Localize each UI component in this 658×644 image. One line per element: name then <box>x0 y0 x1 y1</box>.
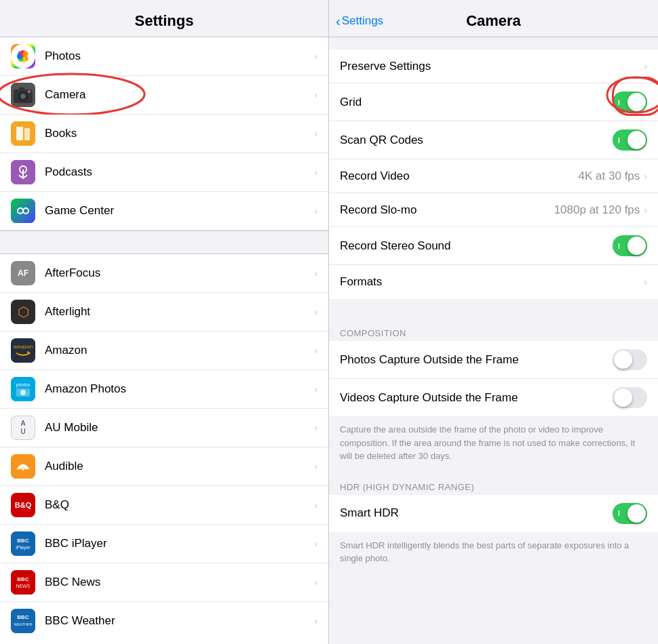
sidebar-item-amazon[interactable]: amazon Amazon › <box>0 331 328 370</box>
record-stereo-toggle-knob <box>627 237 646 255</box>
aumobile-icon: AU <box>11 416 35 440</box>
bbcnews-chevron: › <box>314 577 317 588</box>
scan-qr-label: Scan QR Codes <box>340 134 613 147</box>
right-title: Camera <box>466 12 521 30</box>
bbciplayer-chevron: › <box>314 538 317 549</box>
right-panel: ‹ Settings Camera Preserve Settings › Gr… <box>329 0 658 644</box>
amazon-chevron: › <box>314 345 317 356</box>
back-label: Settings <box>342 14 383 28</box>
aumobile-label: AU Mobile <box>45 421 314 435</box>
scan-qr-item[interactable]: Scan QR Codes I <box>329 121 658 159</box>
composition-description: Capture the area outside the frame of th… <box>329 416 658 470</box>
amazon-svg: amazon <box>11 338 35 363</box>
sidebar-item-afterfocus[interactable]: AF AfterFocus › <box>0 254 328 293</box>
scan-qr-toggle[interactable]: I <box>613 129 647 150</box>
grid-label: Grid <box>340 96 613 109</box>
smart-hdr-label: Smart HDR <box>340 506 613 520</box>
svg-rect-18 <box>16 127 23 140</box>
preserve-settings-item[interactable]: Preserve Settings › <box>329 49 658 83</box>
smart-hdr-toggle[interactable]: I <box>613 503 647 524</box>
photos-outside-toggle[interactable] <box>613 349 647 370</box>
amazonphotos-svg: photos <box>11 377 35 401</box>
svg-text:BBC: BBC <box>17 614 29 620</box>
gamecenter-icon <box>11 199 35 223</box>
gamecenter-label: Game Center <box>45 204 314 218</box>
photos-outside-item[interactable]: Photos Capture Outside the Frame <box>329 341 658 379</box>
back-button[interactable]: ‹ Settings <box>336 14 383 29</box>
sidebar-item-podcasts[interactable]: Podcasts › <box>0 153 328 192</box>
bbciplayer-label: BBC iPlayer <box>45 537 314 550</box>
record-video-chevron: › <box>644 171 647 182</box>
sidebar-item-books[interactable]: Books › <box>0 115 328 153</box>
svg-text:photos: photos <box>16 382 31 388</box>
sidebar-item-gamecenter[interactable]: Game Center › <box>0 192 328 230</box>
books-icon <box>11 121 35 146</box>
hdr-section-label: HDR (HIGH DYNAMIC RANGE) <box>329 477 658 495</box>
section-divider <box>0 230 328 254</box>
sidebar-item-bq[interactable]: B&Q B&Q › <box>0 486 328 525</box>
left-title: Settings <box>11 12 317 30</box>
audible-icon <box>11 454 35 479</box>
sidebar-item-camera[interactable]: Camera › <box>0 76 328 115</box>
sidebar-item-aumobile[interactable]: AU AU Mobile › <box>0 409 328 447</box>
back-chevron-icon: ‹ <box>336 14 341 29</box>
scan-qr-toggle-knob <box>627 131 646 149</box>
bq-label: B&Q <box>45 498 314 512</box>
audible-svg <box>11 454 35 479</box>
record-slomo-item[interactable]: Record Slo-mo 1080p at 120 fps › <box>329 193 658 227</box>
smart-hdr-item[interactable]: Smart HDR I <box>329 495 658 532</box>
podcasts-label: Podcasts <box>45 165 314 179</box>
camera-settings-section: Preserve Settings › Grid I Scan QR Codes… <box>329 49 658 299</box>
svg-text:iPlayer: iPlayer <box>16 545 31 550</box>
sidebar-item-photos[interactable]: Photos › <box>0 37 328 76</box>
sidebar-item-bbcnews[interactable]: BBC NEWS BBC News › <box>0 563 328 602</box>
svg-point-13 <box>21 94 25 98</box>
photos-svg <box>11 44 35 68</box>
formats-chevron: › <box>644 277 647 287</box>
record-stereo-toggle[interactable]: I <box>613 235 647 256</box>
left-header: Settings <box>0 0 328 37</box>
bbcweather-label: BBC Weather <box>45 614 314 628</box>
svg-rect-14 <box>19 87 24 90</box>
bq-chevron: › <box>314 500 317 510</box>
podcasts-icon <box>11 160 35 184</box>
videos-outside-item[interactable]: Videos Capture Outside the Frame <box>329 379 658 416</box>
left-panel: Settings <box>0 0 329 644</box>
grid-item[interactable]: Grid I <box>329 83 658 121</box>
hdr-spacer <box>329 470 658 477</box>
right-header: ‹ Settings Camera <box>329 0 658 37</box>
podcasts-svg <box>11 160 35 184</box>
svg-point-34 <box>22 468 24 470</box>
record-stereo-item[interactable]: Record Stereo Sound I <box>329 227 658 265</box>
sidebar-item-amazonphotos[interactable]: photos Amazon Photos › <box>0 370 328 409</box>
settings-list: Photos › Camera › <box>0 37 328 644</box>
camera-svg-icon <box>11 83 35 107</box>
svg-text:BBC: BBC <box>17 538 29 544</box>
amazon-label: Amazon <box>45 344 314 357</box>
composition-section-label: COMPOSITION <box>329 323 658 341</box>
record-video-item[interactable]: Record Video 4K at 30 fps › <box>329 159 658 193</box>
afterlight-icon: ⬡ <box>11 300 35 324</box>
aumobile-chevron: › <box>314 422 317 433</box>
sidebar-item-bbcweather[interactable]: BBC WEATHER BBC Weather › <box>0 602 328 640</box>
afterfocus-icon: AF <box>11 261 35 285</box>
svg-text:BBC: BBC <box>17 576 29 582</box>
formats-label: Formats <box>340 275 644 289</box>
bbcweather-chevron: › <box>314 616 317 626</box>
sidebar-item-afterlight[interactable]: ⬡ Afterlight › <box>0 293 328 331</box>
books-svg <box>11 121 35 146</box>
record-slomo-chevron: › <box>644 205 647 216</box>
bbcnews-svg: BBC NEWS <box>11 570 35 595</box>
photos-chevron: › <box>314 51 317 62</box>
sidebar-item-bbciplayer[interactable]: BBC iPlayer BBC iPlayer › <box>0 525 328 563</box>
audible-chevron: › <box>314 461 317 472</box>
preserve-settings-label: Preserve Settings <box>340 60 644 73</box>
afterlight-label: Afterlight <box>45 305 314 319</box>
record-video-label: Record Video <box>340 169 579 183</box>
videos-outside-toggle[interactable] <box>613 387 647 408</box>
grid-toggle[interactable]: I <box>613 92 647 113</box>
sidebar-item-audible[interactable]: Audible › <box>0 447 328 486</box>
svg-text:WEATHER: WEATHER <box>14 622 32 626</box>
formats-item[interactable]: Formats › <box>329 265 658 299</box>
amazonphotos-label: Amazon Photos <box>45 382 314 396</box>
